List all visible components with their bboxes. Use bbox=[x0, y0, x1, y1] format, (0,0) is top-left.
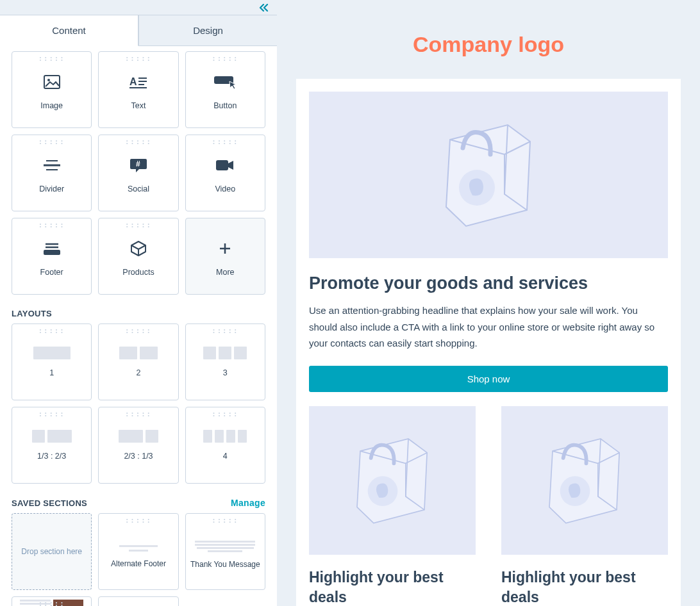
layout-1col[interactable]: • • • • •• • • • • 1 bbox=[12, 323, 92, 400]
tile-label: Button bbox=[211, 101, 239, 110]
drag-handle-icon: • • • • •• • • • • bbox=[40, 329, 64, 334]
image-placeholder[interactable] bbox=[309, 406, 476, 555]
drag-handle-icon: • • • • •• • • • • bbox=[40, 140, 64, 145]
email-body-text[interactable]: Use an attention-grabbing headline that … bbox=[309, 302, 668, 352]
sidebar-tabs: Content Design bbox=[0, 15, 277, 46]
bag-icon bbox=[344, 426, 440, 535]
layout-preview bbox=[119, 430, 158, 443]
section-title-text: SAVED SECTIONS bbox=[12, 498, 87, 508]
tile-label: More bbox=[213, 268, 237, 277]
social-icon: # bbox=[130, 152, 147, 178]
svg-rect-16 bbox=[44, 250, 60, 255]
drag-handle-icon: • • • • •• • • • • bbox=[213, 329, 237, 334]
tile-divider[interactable]: • • • • •• • • • • Divider bbox=[12, 135, 92, 211]
drag-handle-icon: • • • • •• • • • • bbox=[213, 56, 237, 61]
saved-section-extra[interactable]: • • • • •• • • • • bbox=[12, 596, 92, 606]
tile-products[interactable]: • • • • •• • • • • Products bbox=[98, 218, 178, 295]
tile-label: Products bbox=[120, 268, 156, 277]
collapse-bar bbox=[0, 0, 277, 15]
drag-handle-icon: • • • • •• • • • • bbox=[126, 140, 151, 145]
section-title-layouts: LAYOUTS bbox=[12, 309, 265, 318]
layout-2col[interactable]: • • • • •• • • • • 2 bbox=[98, 323, 178, 400]
video-icon bbox=[216, 152, 234, 178]
divider-icon bbox=[44, 152, 60, 178]
plus-icon bbox=[219, 236, 231, 261]
layout-13-23[interactable]: • • • • •• • • • • 1/3 : 2/3 bbox=[12, 407, 92, 484]
hero-image-placeholder[interactable] bbox=[309, 92, 668, 258]
tile-video[interactable]: • • • • •• • • • • Video bbox=[185, 135, 265, 211]
saved-alternate-footer[interactable]: • • • • •• • • • • Alternate Footer bbox=[98, 513, 178, 590]
layout-preview bbox=[32, 430, 72, 443]
tile-footer[interactable]: • • • • •• • • • • Footer bbox=[12, 218, 92, 295]
drag-handle-icon: • • • • •• • • • • bbox=[126, 223, 151, 228]
company-logo[interactable]: Company logo bbox=[296, 32, 681, 57]
drag-handle-icon: • • • • •• • • • • bbox=[213, 140, 237, 145]
content-tiles: • • • • •• • • • • Image • • • • •• • • … bbox=[12, 51, 265, 295]
saved-section-add[interactable] bbox=[98, 596, 178, 606]
svg-rect-13 bbox=[216, 160, 228, 170]
drag-handle-icon: • • • • •• • • • • bbox=[126, 56, 151, 61]
drag-handle-icon: • • • • •• • • • • bbox=[40, 602, 64, 606]
tile-label: Divider bbox=[37, 184, 67, 193]
saved-caption: Thank You Message bbox=[186, 560, 265, 569]
manage-saved-link[interactable]: Manage bbox=[231, 498, 265, 508]
tile-image[interactable]: • • • • •• • • • • Image bbox=[12, 51, 92, 128]
drag-handle-icon: • • • • •• • • • • bbox=[126, 329, 151, 334]
sidebar-scroll[interactable]: • • • • •• • • • • Image • • • • •• • • … bbox=[0, 46, 277, 606]
email-card: Promote your goods and services Use an a… bbox=[296, 79, 681, 606]
tile-more[interactable]: More bbox=[185, 218, 265, 295]
tile-label: Text bbox=[129, 101, 149, 110]
tile-label: Social bbox=[125, 184, 152, 193]
collapse-sidebar-icon[interactable] bbox=[259, 4, 269, 12]
drag-handle-icon: • • • • •• • • • • bbox=[126, 518, 151, 523]
drag-handle-icon: • • • • •• • • • • bbox=[126, 412, 151, 417]
layout-preview bbox=[33, 347, 71, 359]
saved-thank-you[interactable]: • • • • •• • • • • Thank You Message bbox=[185, 513, 265, 590]
tile-text[interactable]: • • • • •• • • • • A Text bbox=[98, 51, 178, 128]
email-headline[interactable]: Promote your goods and services bbox=[309, 274, 668, 293]
svg-text:A: A bbox=[129, 76, 137, 87]
tile-social[interactable]: • • • • •• • • • • # Social bbox=[98, 135, 178, 211]
email-canvas[interactable]: Company logo Promote your goods and serv… bbox=[277, 0, 700, 606]
svg-text:#: # bbox=[136, 160, 140, 168]
tab-content[interactable]: Content bbox=[0, 15, 138, 46]
svg-rect-1 bbox=[44, 76, 60, 88]
saved-preview bbox=[194, 541, 257, 552]
drop-zone-label: Drop section here bbox=[21, 547, 82, 556]
layout-label: 1/3 : 2/3 bbox=[35, 452, 69, 461]
drag-handle-icon: • • • • •• • • • • bbox=[213, 518, 237, 523]
tile-label: Video bbox=[212, 184, 238, 193]
drag-handle-icon: • • • • •• • • • • bbox=[40, 412, 64, 417]
saved-preview bbox=[107, 545, 171, 552]
image-icon bbox=[44, 69, 60, 95]
bag-icon bbox=[537, 426, 633, 535]
drag-handle-icon: • • • • •• • • • • bbox=[213, 412, 237, 417]
column-heading[interactable]: Highlight your best deals bbox=[309, 568, 476, 607]
button-icon bbox=[214, 69, 236, 95]
column-heading[interactable]: Highlight your best deals bbox=[501, 568, 668, 607]
layout-4col[interactable]: • • • • •• • • • • 4 bbox=[185, 407, 265, 484]
layout-23-13[interactable]: • • • • •• • • • • 2/3 : 1/3 bbox=[98, 407, 178, 484]
layout-preview bbox=[203, 347, 247, 359]
layout-3col[interactable]: • • • • •• • • • • 3 bbox=[185, 323, 265, 400]
saved-drop-zone[interactable]: Drop section here bbox=[12, 513, 92, 590]
layout-label: 3 bbox=[221, 368, 230, 377]
column-left: Highlight your best deals bbox=[309, 406, 476, 607]
layout-preview bbox=[203, 430, 247, 443]
saved-caption: Alternate Footer bbox=[99, 559, 178, 568]
section-title-saved: SAVED SECTIONS Manage bbox=[12, 498, 265, 508]
products-icon bbox=[130, 236, 147, 261]
editor-sidebar: Content Design • • • • •• • • • • Image … bbox=[0, 0, 277, 606]
tab-design[interactable]: Design bbox=[138, 15, 277, 46]
image-placeholder[interactable] bbox=[501, 406, 668, 555]
two-column-row: Highlight your best deals Highlight your… bbox=[309, 406, 668, 607]
drag-handle-icon: • • • • •• • • • • bbox=[40, 56, 64, 61]
tile-button[interactable]: • • • • •• • • • • Button bbox=[185, 51, 265, 128]
cta-button[interactable]: Shop now bbox=[309, 366, 668, 392]
layout-label: 2 bbox=[134, 368, 144, 377]
layout-label: 4 bbox=[221, 452, 230, 461]
layout-label: 2/3 : 1/3 bbox=[121, 452, 155, 461]
layout-preview bbox=[119, 347, 158, 359]
layout-label: 1 bbox=[47, 368, 56, 377]
layout-tiles: • • • • •• • • • • 1 • • • • •• • • • • … bbox=[12, 323, 265, 484]
